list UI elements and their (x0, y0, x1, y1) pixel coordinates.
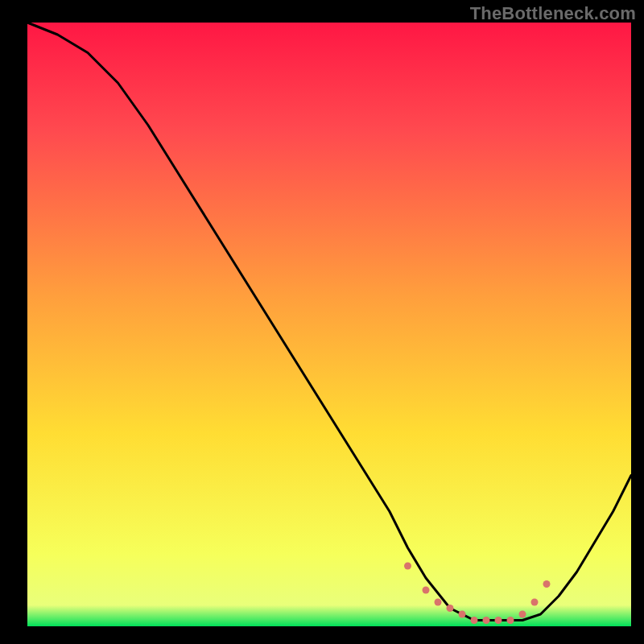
highlight-dot (483, 617, 490, 624)
plot-background (27, 23, 631, 626)
highlight-dot (447, 605, 454, 612)
highlight-dot (459, 611, 466, 618)
watermark-text: TheBottleneck.com (470, 3, 636, 24)
highlight-dot (435, 599, 442, 606)
highlight-dot (531, 599, 539, 606)
chart-container: TheBottleneck.com (0, 0, 644, 644)
highlight-dot (495, 617, 502, 624)
highlight-dot (507, 617, 514, 624)
highlight-dot (543, 580, 551, 588)
bottleneck-chart (0, 0, 644, 644)
highlight-dot (404, 563, 411, 570)
highlight-dot (423, 587, 430, 594)
highlight-dot (471, 617, 478, 624)
highlight-dot (519, 611, 526, 618)
